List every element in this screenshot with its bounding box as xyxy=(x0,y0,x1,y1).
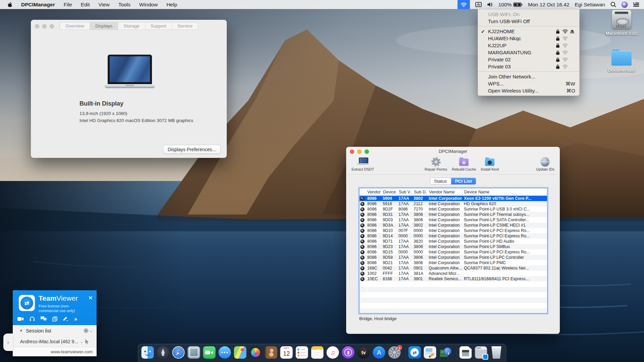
wifi-menu-item[interactable]: HUAWEI-Nkqc xyxy=(478,35,579,42)
dock-facetime[interactable] xyxy=(203,346,216,360)
column-header[interactable]: Device xyxy=(381,188,396,195)
wifi-menu-item[interactable]: MARGARANTUNG xyxy=(478,49,579,56)
wifi-menu-item[interactable]: Join Other Network... xyxy=(478,73,579,80)
table-row[interactable]: 8086 9D58 17AA 3806 Intel Corporation Su… xyxy=(360,255,547,260)
desktop-icon-dokumentasi[interactable]: Dokumentasi xyxy=(601,50,642,73)
menu-item[interactable]: Tools xyxy=(118,2,130,8)
table-row[interactable]: 8086 9D3A 17AA 3802 Intel Corporation Su… xyxy=(360,223,547,228)
dock-preview[interactable] xyxy=(424,346,436,360)
wifi-menu-extra[interactable] xyxy=(458,0,470,9)
wifi-menu-item[interactable]: WPS... ⌘W xyxy=(478,80,579,87)
activity-menu-extra[interactable] xyxy=(475,2,482,7)
about-tab[interactable]: Storage xyxy=(118,22,145,29)
volume-menu-extra[interactable] xyxy=(487,2,493,7)
table-row[interactable]: 8086 9D03 17AA 3806 Intel Corporation Su… xyxy=(360,217,547,223)
spotlight-icon[interactable] xyxy=(610,2,616,7)
table-row[interactable]: 8086 9D71 17AA 3820 Intel Corporation Su… xyxy=(360,239,547,244)
session-entry[interactable]: Andress-iMac.local (462 9... ⌄ xyxy=(13,336,97,347)
file-transfer-icon[interactable] xyxy=(52,316,57,321)
table-row[interactable]: 10EC 8168 17AA 3801 Realtek Semico... RT… xyxy=(360,276,547,282)
table-row[interactable]: 8086 9D23 17AA 3806 Intel Corporation Su… xyxy=(360,244,547,249)
table-row[interactable]: 8086 9D14 0000 0000 Intel Corporation Su… xyxy=(360,233,547,239)
dock-calendar[interactable]: OCT 12 xyxy=(280,346,293,360)
panel-collapse-handle[interactable]: › xyxy=(3,334,13,351)
table-row[interactable]: 168C 0042 17AA 0901 Qualcomm Athe... QCA… xyxy=(360,265,547,271)
column-header[interactable]: Sub D... xyxy=(412,188,427,195)
wifi-menu-item[interactable]: Open Wireless Utility... ⌘O xyxy=(478,87,579,94)
dock-minimized-teamviewer-window[interactable] xyxy=(475,346,487,360)
about-tab[interactable]: Displays xyxy=(90,22,118,29)
more-icon[interactable]: » xyxy=(74,316,77,322)
column-header[interactable]: Vendor Name xyxy=(427,188,462,195)
column-header[interactable]: Device Name xyxy=(462,188,547,195)
video-call-icon[interactable] xyxy=(17,317,24,321)
app-menu-title[interactable]: DPCIManager xyxy=(21,2,55,8)
menu-item[interactable]: View xyxy=(98,2,109,8)
column-header[interactable]: Sub V... xyxy=(396,188,412,195)
dock-document[interactable] xyxy=(460,346,472,360)
install-kext-button[interactable]: Install Kext xyxy=(481,157,499,171)
wifi-menu-item[interactable]: ✓ KJ22HOME xyxy=(478,28,579,35)
dock-notes[interactable] xyxy=(311,346,324,360)
menu-item[interactable]: Window xyxy=(139,2,158,8)
dock-teamviewer[interactable]: ⇄ xyxy=(409,346,421,360)
siri-icon[interactable] xyxy=(622,2,628,8)
table-row[interactable]: 8086 9D2F 8086 7270 Intel Corporation Su… xyxy=(360,206,547,212)
dock-finder[interactable] xyxy=(142,346,154,360)
disclosure-triangle-icon[interactable]: ▼ xyxy=(19,329,23,333)
dock-tv[interactable]: tv xyxy=(358,346,370,360)
table-row[interactable]: 8086 5904 17AA 3802 Intel Corporation Xe… xyxy=(360,196,547,201)
extract-dsdt-button[interactable]: Extract DSDT xyxy=(352,157,374,171)
wifi-menu-item[interactable]: Private 02 xyxy=(478,56,579,63)
dock-mail[interactable] xyxy=(188,346,200,360)
displays-preferences-button[interactable]: Displays Preferences... xyxy=(163,145,221,154)
battery-menu-extra[interactable]: 100% xyxy=(498,2,523,8)
whiteboard-icon[interactable] xyxy=(63,316,68,321)
dock-maps[interactable] xyxy=(234,346,247,360)
apple-menu[interactable] xyxy=(7,2,12,8)
about-tab[interactable]: Service xyxy=(172,22,198,29)
dock-music[interactable]: ♫ xyxy=(327,346,339,360)
close-icon[interactable]: ✕ xyxy=(88,295,93,301)
menu-item[interactable]: Edit xyxy=(81,2,90,8)
about-tab[interactable]: Support xyxy=(145,22,172,29)
repair-perms-button[interactable]: Repair Perms xyxy=(425,157,447,171)
session-list-header[interactable]: ▼ Session list ⌄ xyxy=(13,325,97,336)
minimize-button[interactable] xyxy=(42,24,47,28)
teamviewer-url[interactable]: www.teamviewer.com xyxy=(51,349,93,354)
about-tab[interactable]: Overview xyxy=(60,22,90,29)
table-row[interactable]: 8086 5916 17AA 2112 Intel Corporation HD… xyxy=(360,201,547,206)
dock-reminders[interactable] xyxy=(296,346,308,360)
dock-messages[interactable] xyxy=(219,346,231,360)
user-menu-extra[interactable]: Egi Setiawan xyxy=(575,2,605,8)
zoom-button[interactable] xyxy=(50,24,54,28)
table-row[interactable]: 8086 9D31 17AA 3806 Intel Corporation Su… xyxy=(360,212,547,217)
rebuild-cache-button[interactable]: Rebuild Cache xyxy=(452,157,476,171)
wifi-menu-item[interactable]: Turn USB-WiFi Off xyxy=(478,18,579,25)
dock-system-preferences[interactable]: 1 xyxy=(388,346,401,360)
menu-item[interactable]: File xyxy=(64,2,72,8)
menu-item[interactable]: Help xyxy=(166,2,177,8)
wifi-menu-item[interactable]: KJ22UP xyxy=(478,42,579,49)
wifi-menu-item[interactable]: USB-WiFi: On xyxy=(478,11,579,18)
table-row[interactable]: 8086 9D10 007F 0000 Intel Corporation Su… xyxy=(360,228,547,233)
dpci-tab[interactable]: Status xyxy=(430,178,451,184)
desktop-icon-macintosh-ssd[interactable]: Macintosh SSD xyxy=(601,10,642,36)
table-row[interactable]: 8086 9D15 0000 0000 Intel Corporation Su… xyxy=(360,249,547,255)
dock-podcasts[interactable] xyxy=(342,346,355,360)
close-button[interactable] xyxy=(35,24,39,28)
notification-center-icon[interactable] xyxy=(633,2,639,7)
headset-icon[interactable] xyxy=(30,316,35,321)
dock-dpcimanager[interactable]: i xyxy=(439,346,452,360)
column-header[interactable]: Vendor xyxy=(365,188,381,195)
window-controls[interactable] xyxy=(35,24,54,28)
wifi-menu-item[interactable]: Private 03 xyxy=(478,63,579,70)
dock-contacts[interactable] xyxy=(265,346,277,360)
dock-safari[interactable] xyxy=(172,346,185,360)
chat-icon[interactable] xyxy=(41,316,47,321)
dock-photos[interactable] xyxy=(250,346,262,360)
dpci-tab[interactable]: PCI List xyxy=(451,178,476,184)
table-row[interactable]: 1002 FFFF 17AA 381A Advanced Micr... xyxy=(360,271,547,276)
clock-menu-extra[interactable]: Mon 12 Oct 16.42 xyxy=(528,2,569,8)
session-settings[interactable]: ⌄ xyxy=(84,328,93,333)
